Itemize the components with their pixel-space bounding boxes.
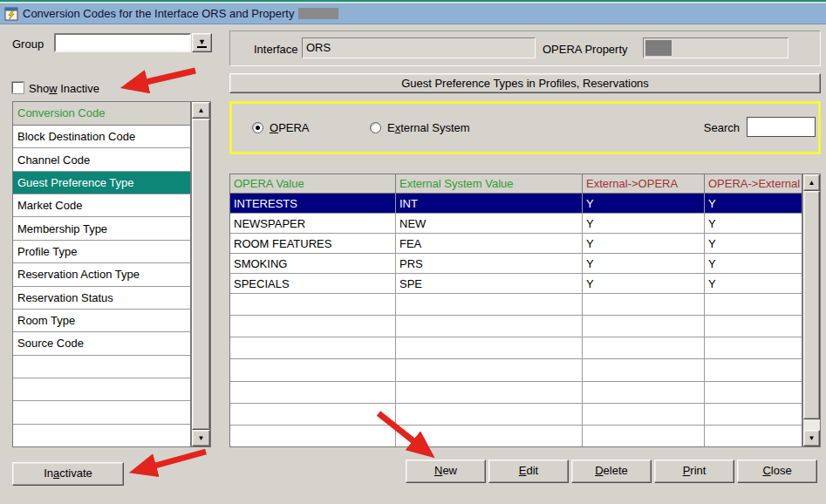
opera-property-field[interactable] (643, 37, 788, 58)
column-header-opera-to-external: OPERA->External (705, 174, 802, 193)
cell-opera-value: ROOM FEATURES (230, 234, 396, 253)
grid-scroll-thumb[interactable] (803, 191, 820, 419)
list-item-room-type[interactable]: Room Type (13, 310, 190, 332)
list-item-market-code[interactable]: Market Code (13, 194, 190, 217)
info-panel: Interface ORS OPERA Property (229, 31, 821, 66)
list-empty-row (13, 378, 190, 401)
table-row-room-features[interactable]: ROOM FEATURES FEA Y Y (230, 234, 802, 254)
dropdown-arrow-icon: ▼ (198, 37, 206, 46)
table-row-interests[interactable]: INTERESTS INT Y Y (230, 194, 802, 214)
window-icon (4, 7, 18, 21)
conversion-list-header: Conversion Code (13, 102, 190, 126)
list-scrollbar[interactable]: ▲ ▼ (191, 101, 211, 447)
section-header-button[interactable]: Guest Preference Types in Profiles, Rese… (229, 73, 821, 93)
cell-external-value: SPE (396, 274, 583, 293)
print-button[interactable]: Print (654, 460, 734, 483)
list-scroll-up-button[interactable]: ▲ (192, 102, 210, 119)
opera-property-label: OPERA Property (543, 43, 628, 56)
list-empty-row (13, 401, 190, 424)
grid-empty-row (230, 382, 802, 404)
column-header-opera-value: OPERA Value (230, 174, 396, 193)
list-scroll-down-button[interactable]: ▼ (192, 430, 210, 446)
list-item-block-destination-code[interactable]: Block Destination Code (13, 126, 190, 148)
inactivate-button[interactable]: Inactivate (12, 462, 124, 486)
cell-external-value: FEA (396, 234, 583, 253)
new-button[interactable]: New (406, 460, 486, 483)
group-label: Group (12, 37, 44, 51)
cell-ext-to-opera: Y (583, 254, 705, 273)
cell-ext-to-opera: Y (583, 274, 705, 293)
grid-empty-row (230, 426, 802, 446)
cell-ext-to-opera: Y (583, 234, 705, 253)
close-button[interactable]: Close (737, 460, 817, 483)
cell-ext-to-opera: Y (583, 214, 705, 233)
table-row-smoking[interactable]: SMOKING PRS Y Y (230, 254, 802, 274)
cell-opera-to-ext: Y (705, 214, 802, 233)
list-scroll-thumb[interactable] (192, 119, 210, 430)
cell-opera-value: NEWSPAPER (230, 214, 396, 233)
arrow-to-show-inactive (127, 71, 195, 86)
cell-opera-to-ext: Y (705, 274, 802, 293)
column-header-external-to-opera: External->OPERA (583, 174, 705, 193)
show-inactive-label: Show Inactive (29, 82, 99, 95)
delete-button[interactable]: Delete (571, 460, 652, 483)
list-item-guest-preference-type[interactable]: Guest Preference Type (13, 172, 190, 194)
filter-panel: OPERA External System Search (229, 101, 821, 154)
title-redacted-value (298, 8, 338, 19)
list-item-reservation-status[interactable]: Reservation Status (13, 287, 190, 310)
cell-external-value: NEW (396, 214, 583, 233)
conversion-code-list: Conversion Code Block Destination Code C… (12, 101, 191, 447)
external-system-radio[interactable] (370, 122, 381, 133)
titlebar: Conversion Codes for the Interface ORS a… (0, 3, 826, 24)
property-redacted-value (645, 40, 672, 56)
cell-opera-value: SMOKING (230, 254, 396, 273)
grid-scroll-up-button[interactable]: ▲ (803, 174, 820, 191)
interface-field[interactable]: ORS (302, 37, 536, 58)
table-row-specials[interactable]: SPECIALS SPE Y Y (230, 274, 802, 294)
cell-external-value: INT (396, 194, 583, 213)
interface-label: Interface (254, 43, 298, 56)
cell-opera-value: SPECIALS (230, 274, 396, 293)
cell-opera-value: INTERESTS (230, 194, 396, 213)
list-item-membership-type[interactable]: Membership Type (13, 217, 190, 240)
cell-external-value: PRS (396, 254, 583, 273)
grid-scroll-down-button[interactable]: ▼ (803, 430, 820, 446)
cell-ext-to-opera: Y (583, 194, 705, 213)
grid-scrollbar[interactable]: ▲ ▼ (802, 174, 821, 447)
down-arrow-icon: ▼ (198, 434, 205, 442)
grid-empty-row (230, 316, 802, 337)
search-label: Search (686, 121, 740, 134)
dropdown-underline (197, 46, 207, 48)
conversion-values-grid: OPERA Value External System Value Extern… (229, 174, 802, 447)
radio-selected-dot (256, 126, 260, 130)
group-input[interactable] (54, 33, 191, 52)
grid-header-row: OPERA Value External System Value Extern… (230, 174, 802, 194)
list-item-source-code[interactable]: Source Code (13, 332, 190, 355)
list-item-channel-code[interactable]: Channel Code (13, 148, 190, 171)
cell-opera-to-ext: Y (705, 234, 802, 253)
grid-empty-row (230, 294, 802, 316)
opera-radio-label: OPERA (270, 121, 310, 134)
up-arrow-icon: ▲ (809, 179, 816, 187)
search-input[interactable] (747, 117, 816, 137)
cell-opera-to-ext: Y (705, 194, 802, 213)
down-arrow-icon: ▼ (809, 434, 816, 442)
opera-radio[interactable] (252, 122, 263, 133)
arrow-to-inactivate-button (136, 452, 206, 471)
list-item-reservation-action-type[interactable]: Reservation Action Type (13, 263, 190, 286)
list-item-profile-type[interactable]: Profile Type (13, 241, 190, 263)
window-title: Conversion Codes for the Interface ORS a… (23, 7, 294, 20)
list-empty-row (13, 425, 190, 446)
grid-empty-row (230, 404, 802, 426)
group-dropdown-button[interactable]: ▼ (192, 33, 212, 52)
cell-opera-to-ext: Y (705, 254, 802, 273)
column-header-external-system-value: External System Value (396, 174, 583, 193)
window-top-strip (0, 0, 826, 3)
list-empty-row (13, 356, 190, 378)
show-inactive-checkbox[interactable] (12, 82, 24, 93)
table-row-newspaper[interactable]: NEWSPAPER NEW Y Y (230, 214, 802, 234)
conversion-codes-window: Conversion Codes for the Interface ORS a… (0, 0, 826, 504)
up-arrow-icon: ▲ (198, 106, 205, 114)
edit-button[interactable]: Edit (488, 460, 569, 483)
external-system-radio-label: External System (387, 121, 470, 134)
